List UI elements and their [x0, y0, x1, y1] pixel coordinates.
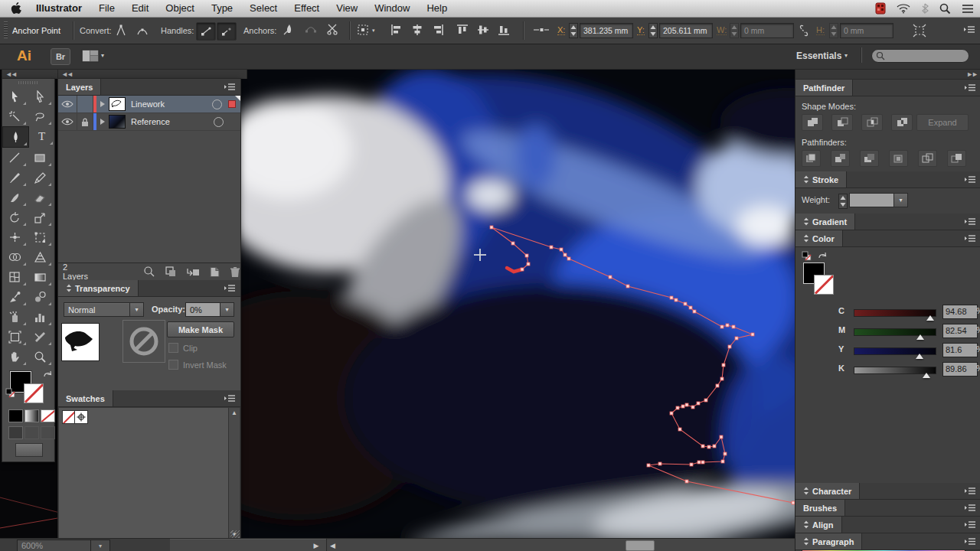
tool-rectangle[interactable]	[28, 148, 53, 168]
horizontal-scroll-thumb[interactable]	[626, 540, 655, 551]
draw-behind-button[interactable]	[24, 426, 39, 439]
tab-color[interactable]: Color	[795, 230, 843, 246]
tool-lasso[interactable]	[28, 106, 53, 126]
tool-eyedropper[interactable]	[2, 287, 28, 307]
constrain-proportions-icon[interactable]	[796, 24, 812, 37]
tool-line-segment[interactable]	[2, 148, 28, 168]
align-middle-icon[interactable]	[477, 24, 489, 36]
new-layer-icon[interactable]	[209, 266, 220, 278]
align-panel-menu-icon[interactable]	[964, 520, 976, 529]
tools-panel-grip[interactable]	[2, 79, 54, 86]
pathfinder-merge-button[interactable]	[860, 150, 879, 167]
color-panel-menu-icon[interactable]	[964, 234, 976, 243]
tool-artboard[interactable]	[2, 327, 28, 347]
make-mask-button[interactable]: Make Mask	[167, 321, 234, 337]
arrange-documents-icon[interactable]	[81, 49, 100, 63]
channel-track[interactable]	[854, 309, 936, 317]
layer-name[interactable]: Linework	[131, 99, 212, 109]
lock-toggle[interactable]	[77, 113, 93, 130]
tab-stroke[interactable]: Stroke	[795, 171, 847, 187]
stroke-color-well[interactable]	[814, 275, 834, 295]
show-handles-button[interactable]	[196, 22, 216, 41]
tool-eraser[interactable]	[28, 187, 53, 207]
gradient-button[interactable]	[24, 409, 39, 422]
scroll-left-icon[interactable]: ◀	[330, 542, 335, 549]
align-left-icon[interactable]	[390, 24, 403, 36]
workspace-switcher[interactable]: Essentials	[796, 51, 841, 61]
swatches-panel-menu-icon[interactable]	[224, 394, 236, 403]
shape-mode-unite-button[interactable]	[802, 114, 823, 131]
tool-perspective-grid[interactable]	[28, 247, 53, 267]
channel-thumb[interactable]	[916, 354, 923, 359]
tool-pencil[interactable]	[28, 168, 53, 187]
weight-caret[interactable]: ▾	[893, 193, 908, 207]
default-fill-stroke-icon[interactable]	[802, 251, 812, 261]
brushes-panel-menu-icon[interactable]	[964, 504, 976, 512]
layer-name[interactable]: Reference	[131, 117, 214, 126]
locate-object-icon[interactable]	[143, 266, 155, 278]
wifi-icon[interactable]	[897, 3, 910, 14]
zoom-level-field[interactable]: 600%	[17, 540, 96, 551]
next-artboard-button[interactable]: ▶	[309, 540, 323, 550]
y-stepper[interactable]	[648, 23, 658, 38]
channel-value[interactable]: 94.68	[942, 305, 978, 319]
layer-target-icon[interactable]	[212, 99, 222, 109]
draw-normal-button[interactable]	[8, 426, 23, 439]
layer-thumbnail[interactable]	[109, 115, 126, 129]
tool-free-transform[interactable]	[28, 227, 53, 247]
character-panel-menu-icon[interactable]	[964, 487, 976, 495]
tool-pen[interactable]	[2, 126, 29, 148]
tool-gradient[interactable]	[28, 267, 53, 287]
pathfinder-outline-button[interactable]	[918, 150, 937, 167]
convert-to-smooth-icon[interactable]	[136, 24, 149, 37]
y-input[interactable]: 205.611 mm	[659, 23, 713, 38]
stroke-panel-menu-icon[interactable]	[964, 175, 976, 184]
layers-panel-menu-icon[interactable]	[224, 83, 236, 91]
menu-view[interactable]: View	[328, 0, 366, 17]
expand-layer-icon[interactable]	[96, 113, 109, 130]
pathfinder-crop-button[interactable]	[889, 150, 908, 167]
menu-type[interactable]: Type	[203, 0, 241, 17]
weight-stepper[interactable]	[838, 194, 848, 209]
pathfinder-divide-button[interactable]	[802, 150, 821, 167]
dock-collapse-strip[interactable]: ►►	[795, 69, 980, 80]
align-right-icon[interactable]	[432, 24, 444, 36]
layer-row-reference[interactable]: Reference	[58, 113, 240, 131]
convert-to-corner-icon[interactable]	[115, 24, 127, 37]
tool-magic-wand[interactable]	[2, 106, 28, 126]
reference-point-icon[interactable]	[533, 27, 550, 33]
go-to-bridge-button[interactable]: Br	[51, 48, 70, 65]
tool-zoom[interactable]	[28, 347, 53, 367]
tab-brushes[interactable]: Brushes	[795, 500, 845, 516]
stroke-color-proxy[interactable]	[24, 383, 44, 403]
tool-selection[interactable]	[2, 86, 28, 106]
channel-value[interactable]: 82.54	[942, 324, 978, 338]
channel-thumb[interactable]	[926, 315, 934, 321]
tool-symbol-sprayer[interactable]	[2, 307, 28, 327]
pathfinder-trim-button[interactable]	[831, 150, 850, 167]
align-bottom-icon[interactable]	[498, 24, 510, 36]
transform-icon[interactable]	[913, 24, 926, 37]
tab-swatches[interactable]: Swatches	[58, 390, 113, 406]
menu-edit[interactable]: Edit	[123, 0, 157, 17]
swatch-registration[interactable]	[74, 410, 88, 424]
layer-target-icon[interactable]	[214, 117, 224, 127]
color-button[interactable]	[8, 409, 23, 422]
visibility-toggle[interactable]	[58, 113, 77, 130]
visibility-toggle[interactable]	[58, 96, 77, 112]
screen-mode-button[interactable]	[15, 443, 43, 457]
tool-direct-selection[interactable]	[28, 86, 53, 106]
menu-illustrator[interactable]: Illustrator	[28, 0, 90, 17]
tool-column-graph[interactable]	[28, 307, 53, 327]
paragraph-panel-menu-icon[interactable]	[964, 537, 976, 546]
tool-scale[interactable]	[28, 207, 53, 227]
new-sublayer-icon[interactable]	[186, 266, 200, 277]
channel-thumb[interactable]	[916, 334, 924, 340]
layer-thumbnail[interactable]	[109, 97, 126, 111]
menu-help[interactable]: Help	[418, 0, 456, 17]
tool-blob-brush[interactable]	[2, 187, 28, 207]
x-label[interactable]: X:	[557, 25, 565, 35]
tool-shape-builder[interactable]	[2, 247, 28, 267]
blend-mode-caret[interactable]: ▾	[129, 302, 144, 317]
pathfinder-minus-back-button[interactable]	[947, 150, 966, 167]
